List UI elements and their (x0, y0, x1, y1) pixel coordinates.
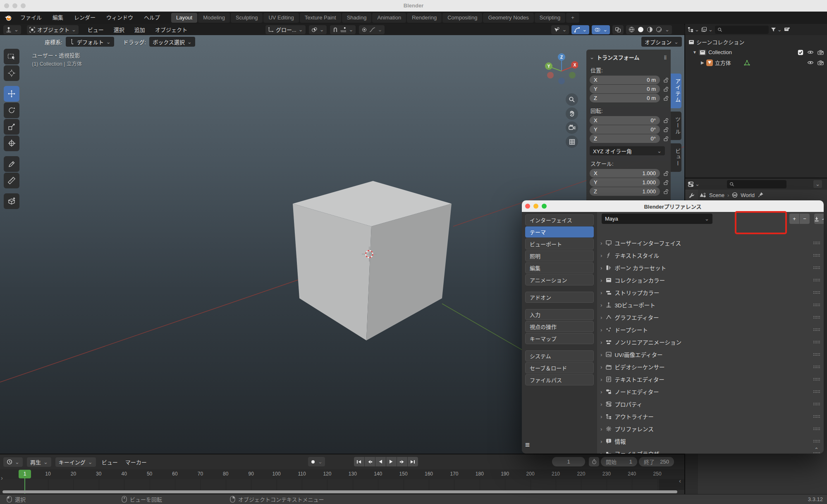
workspace-tab-uv-editing[interactable]: UV Editing (263, 13, 299, 23)
outliner-filter-dropdown[interactable]: ⌄ (771, 26, 782, 33)
スケール-Y-field[interactable]: Y1.000 (590, 178, 660, 187)
xray-toggle[interactable] (612, 25, 624, 34)
preferences-menu-icon[interactable]: ≡ (525, 440, 530, 449)
auto-keyframe-button[interactable]: ⌄ (308, 457, 325, 466)
theme-section-vse[interactable]: ›ビデオシーケンサー (600, 361, 820, 373)
editor-type-button[interactable]: ⌄ (3, 25, 21, 34)
theme-section-folder[interactable]: ›ファイルブラウザー (600, 447, 820, 454)
lock-icon[interactable] (663, 136, 669, 142)
theme-section-collection[interactable]: ›コレクションカラー (600, 274, 820, 286)
workspace-tab-geometry-nodes[interactable]: Geometry Nodes (483, 13, 533, 23)
frame-start-field[interactable]: 開始1 (601, 457, 637, 466)
lock-icon[interactable] (663, 189, 669, 195)
theme-section-gear[interactable]: ›プリファレンス (600, 423, 820, 435)
lock-icon[interactable] (663, 171, 669, 176)
visibility-dropdown[interactable]: ⌄ (551, 25, 569, 34)
camera-view-button[interactable] (566, 121, 578, 134)
prev-keyframe-button[interactable] (365, 457, 375, 466)
gizmos-toggle[interactable]: ⌄ (571, 25, 589, 34)
sidebar-tab-アイテム[interactable]: アイテム (671, 74, 681, 108)
drag-dropdown[interactable]: ボックス選択⌄ (149, 37, 195, 47)
zoom-view-button[interactable] (566, 93, 578, 106)
tool-rotate[interactable] (4, 102, 19, 118)
topbar-menu-0[interactable]: ファイル (15, 12, 47, 24)
viewport-menu-1[interactable]: 選択 (114, 26, 124, 33)
proportional-editing-controls[interactable]: ⌄ (359, 25, 385, 34)
properties-search-input[interactable] (727, 180, 786, 188)
pivot-point-dropdown[interactable]: ⌄ (309, 25, 327, 34)
tool-scale[interactable] (4, 119, 19, 135)
menu-view[interactable]: ビュー (100, 458, 120, 466)
theme-section-nla[interactable]: ›ノンリニアアニメーション (600, 336, 820, 348)
位置-Z-field[interactable]: Z0 m (590, 94, 660, 102)
coord-dropdown[interactable]: デフォルト⌄ (66, 37, 114, 47)
prefs-sidebar-item[interactable]: システム (525, 350, 594, 361)
play-button[interactable] (386, 457, 397, 466)
expand-icon[interactable]: ▶ (701, 60, 704, 65)
breadcrumb-scene[interactable]: Scene (709, 192, 724, 198)
prefs-sidebar-item[interactable]: 視点の操作 (525, 321, 594, 332)
lock-icon[interactable] (663, 77, 669, 83)
prefs-sidebar-item[interactable]: インターフェイス (525, 214, 594, 226)
grip-icon[interactable] (813, 353, 820, 356)
grip-icon[interactable] (813, 402, 820, 406)
preferences-titlebar[interactable]: Blenderプリファレンス (522, 200, 824, 212)
viewport-menu-3[interactable]: オブジェクト (155, 26, 187, 33)
properties-options-dropdown[interactable]: ⌄ (813, 180, 822, 188)
grip-icon[interactable] (813, 266, 820, 269)
grip-icon[interactable] (813, 378, 820, 381)
remove-preset-button[interactable]: − (800, 214, 810, 224)
tool-annotate[interactable] (4, 156, 19, 172)
スケール-Z-field[interactable]: Z1.000 (590, 187, 660, 196)
lock-icon[interactable] (663, 86, 669, 92)
回転-Z-field[interactable]: Z0° (590, 134, 660, 143)
workspace-tab-sculpting[interactable]: Sculpting (231, 13, 263, 23)
properties-editor-type-button[interactable]: ⌄ (688, 181, 700, 187)
theme-section-ui[interactable]: ›ユーザーインターフェイス (600, 237, 820, 249)
prefs-sidebar-item[interactable]: アドオン (525, 292, 594, 303)
menu-playback[interactable]: 再生⌄ (27, 457, 51, 467)
blender-logo-icon[interactable] (4, 14, 12, 22)
prefs-sidebar-item[interactable]: 入力 (525, 309, 594, 320)
回転-X-field[interactable]: X0° (590, 116, 660, 125)
rotation-mode-dropdown[interactable]: XYZ オイラー角⌄ (590, 146, 665, 155)
theme-section-outl[interactable]: ›アウトライナー (600, 410, 820, 423)
play-reverse-button[interactable] (375, 457, 386, 466)
prefs-sidebar-item[interactable]: 編集 (525, 262, 594, 273)
theme-section-textstyle[interactable]: ›テキストスタイル (600, 249, 820, 262)
grip-icon[interactable] (813, 390, 820, 393)
outliner-display-mode-dropdown[interactable]: ⌄ (688, 26, 699, 33)
位置-X-field[interactable]: X0 m (590, 76, 660, 84)
workspace-tab-scripting[interactable]: Scripting (535, 13, 566, 23)
collapse-right-icon[interactable]: ‹ (679, 477, 681, 484)
grip-icon[interactable] (813, 415, 820, 418)
outliner-filter-id-dropdown[interactable]: ⌄ (701, 26, 713, 33)
tool-measure[interactable] (4, 173, 19, 188)
outliner-row-cube[interactable]: ▶ 立方体 (688, 57, 827, 68)
theme-section-graph[interactable]: ›グラフエディター (600, 311, 820, 323)
checkbox-icon[interactable] (798, 50, 803, 55)
tool-transform[interactable] (4, 136, 19, 151)
overlays-toggle[interactable]: ⌄ (592, 25, 610, 34)
位置-Y-field[interactable]: Y0 m (590, 85, 660, 93)
theme-section-node[interactable]: ›ノードエディター (600, 385, 820, 398)
timeline-editor-type-button[interactable]: ⌄ (3, 457, 23, 467)
expand-icon[interactable]: ▼ (693, 50, 697, 55)
workspace-tab--[interactable]: + (566, 13, 579, 23)
workspace-tab-animation[interactable]: Animation (372, 13, 406, 23)
pin-icon[interactable] (758, 192, 763, 198)
timeline-track-area[interactable] (0, 479, 684, 490)
panel-grip-icon[interactable]: ⣿ (664, 55, 667, 59)
sidebar-tab-ビュー[interactable]: ビュー (671, 143, 681, 172)
tool-add-cube[interactable] (4, 193, 19, 209)
add-preset-button[interactable]: + (789, 214, 799, 224)
scroll-up-icon[interactable]: ⌃ (814, 447, 819, 453)
theme-section-info[interactable]: ›i情報 (600, 435, 820, 447)
prefs-sidebar-item[interactable]: 照明 (525, 250, 594, 262)
navigation-gizmo[interactable]: Z Y X (545, 52, 578, 85)
mesh-data-icon[interactable] (744, 60, 750, 66)
workspace-tab-compositing[interactable]: Compositing (442, 13, 482, 23)
lock-icon[interactable] (663, 127, 669, 133)
next-keyframe-button[interactable] (397, 457, 407, 466)
use-preview-range-button[interactable] (589, 457, 599, 466)
